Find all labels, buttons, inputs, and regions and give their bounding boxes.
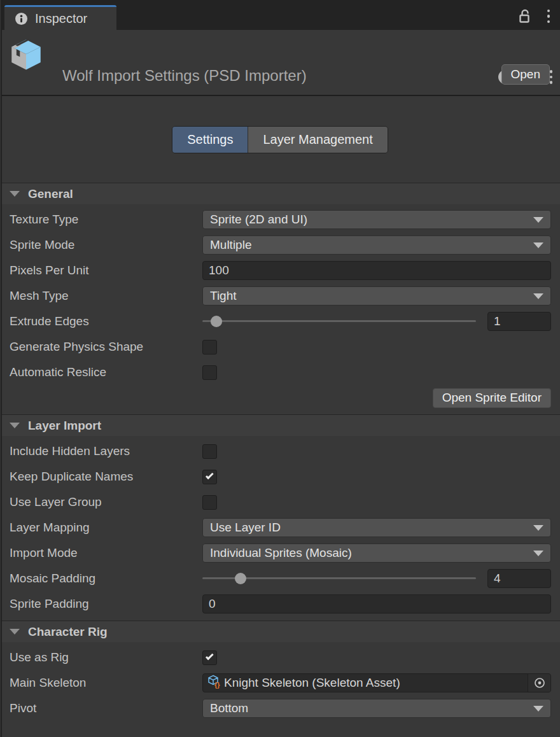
page-title: Wolf Import Settings (PSD Importer): [62, 67, 307, 85]
object-picker-button[interactable]: [528, 674, 550, 692]
view-tab-strip: Settings Layer Management: [0, 96, 560, 183]
mosaic-padding-slider[interactable]: [202, 569, 476, 588]
sprite-padding-input[interactable]: [202, 594, 551, 614]
slider-handle[interactable]: [211, 316, 222, 327]
chevron-down-icon: [533, 551, 543, 556]
section-body-character-rig: Use as Rig Main Skeleton {} Knight Skele…: [0, 642, 560, 725]
pivot-dropdown[interactable]: Bottom: [202, 699, 551, 718]
layer-mapping-dropdown[interactable]: Use Layer ID: [202, 518, 551, 537]
row-use-as-rig: Use as Rig: [0, 645, 560, 670]
slider-handle[interactable]: [235, 573, 246, 584]
chevron-down-icon: [533, 293, 543, 299]
row-open-sprite-editor: Open Sprite Editor: [0, 385, 560, 411]
section-header-general[interactable]: General: [0, 183, 560, 204]
row-pivot: Pivot Bottom: [0, 696, 560, 721]
generate-physics-shape-checkbox[interactable]: [202, 340, 217, 354]
psd-asset-icon: [10, 38, 43, 73]
checkmark-icon: [205, 652, 213, 661]
window-menu-icon[interactable]: [546, 8, 552, 25]
inspector-window: Inspector Wolf Import Settings (: [0, 0, 560, 737]
section-body-layer-import: Include Hidden Layers Keep Duplicate Nam…: [0, 436, 560, 621]
include-hidden-layers-checkbox[interactable]: [202, 444, 217, 459]
row-generate-physics-shape: Generate Physics Shape: [0, 334, 560, 360]
automatic-reslice-checkbox[interactable]: [202, 365, 217, 380]
importer-header: Wolf Import Settings (PSD Importer) ? Op…: [0, 30, 560, 96]
row-automatic-reslice: Automatic Reslice: [0, 360, 560, 385]
row-mesh-type: Mesh Type Tight: [0, 283, 560, 309]
sprite-mode-dropdown[interactable]: Multiple: [202, 235, 551, 255]
tab-settings[interactable]: Settings: [172, 127, 248, 153]
window-left-edge: [0, 0, 2, 737]
open-sprite-editor-button[interactable]: Open Sprite Editor: [433, 388, 551, 408]
row-keep-duplicate-names: Keep Duplicate Names: [0, 464, 560, 489]
row-pixels-per-unit: Pixels Per Unit: [0, 258, 560, 283]
mesh-type-dropdown[interactable]: Tight: [202, 286, 551, 305]
window-tab-bar: Inspector: [0, 0, 560, 30]
skeleton-asset-icon: {}: [207, 675, 222, 691]
slider-track: [202, 320, 476, 322]
row-extrude-edges: Extrude Edges: [0, 309, 560, 334]
chevron-down-icon: [533, 706, 543, 712]
view-tab-group: Settings Layer Management: [172, 126, 388, 153]
chevron-down-icon: [533, 217, 543, 223]
row-sprite-padding: Sprite Padding: [0, 591, 560, 617]
row-main-skeleton: Main Skeleton {} Knight Skeleton (Skelet…: [0, 670, 560, 696]
row-mosaic-padding: Mosaic Padding: [0, 566, 560, 591]
main-skeleton-object-field[interactable]: {} Knight Skeleton (Skeleton Asset): [202, 673, 551, 692]
row-texture-type: Texture Type Sprite (2D and UI): [0, 207, 560, 232]
svg-text:{}: {}: [214, 681, 220, 689]
row-include-hidden-layers: Include Hidden Layers: [0, 439, 560, 464]
extrude-edges-slider[interactable]: [202, 312, 476, 331]
foldout-triangle-icon: [10, 629, 20, 635]
row-import-mode: Import Mode Individual Sprites (Mosaic): [0, 540, 560, 566]
tab-inspector[interactable]: Inspector: [4, 5, 116, 30]
tab-bar-actions: [518, 8, 560, 25]
unlock-icon[interactable]: [518, 8, 532, 25]
extrude-edges-value-input[interactable]: [487, 312, 551, 331]
row-layer-mapping: Layer Mapping Use Layer ID: [0, 515, 560, 540]
tab-layer-management[interactable]: Layer Management: [248, 127, 387, 153]
open-button[interactable]: Open: [501, 64, 550, 85]
keep-duplicate-names-checkbox[interactable]: [202, 470, 217, 484]
object-picker-icon: [533, 677, 546, 689]
use-as-rig-checkbox[interactable]: [202, 650, 217, 665]
section-header-layer-import[interactable]: Layer Import: [0, 414, 560, 436]
texture-type-dropdown[interactable]: Sprite (2D and UI): [202, 210, 551, 229]
pixels-per-unit-input[interactable]: [202, 261, 551, 280]
foldout-triangle-icon: [10, 423, 20, 428]
section-header-character-rig[interactable]: Character Rig: [0, 621, 560, 642]
chevron-down-icon: [533, 242, 543, 248]
use-layer-group-checkbox[interactable]: [202, 495, 217, 510]
checkmark-icon: [205, 472, 213, 480]
foldout-triangle-icon: [10, 191, 20, 197]
section-body-general: Texture Type Sprite (2D and UI) Sprite M…: [0, 204, 560, 414]
chevron-down-icon: [533, 525, 543, 531]
info-icon: [15, 13, 27, 25]
row-sprite-mode: Sprite Mode Multiple: [0, 232, 560, 258]
tab-inspector-label: Inspector: [35, 11, 87, 26]
row-use-layer-group: Use Layer Group: [0, 489, 560, 515]
import-mode-dropdown[interactable]: Individual Sprites (Mosaic): [202, 544, 551, 563]
mosaic-padding-value-input[interactable]: [487, 569, 551, 588]
